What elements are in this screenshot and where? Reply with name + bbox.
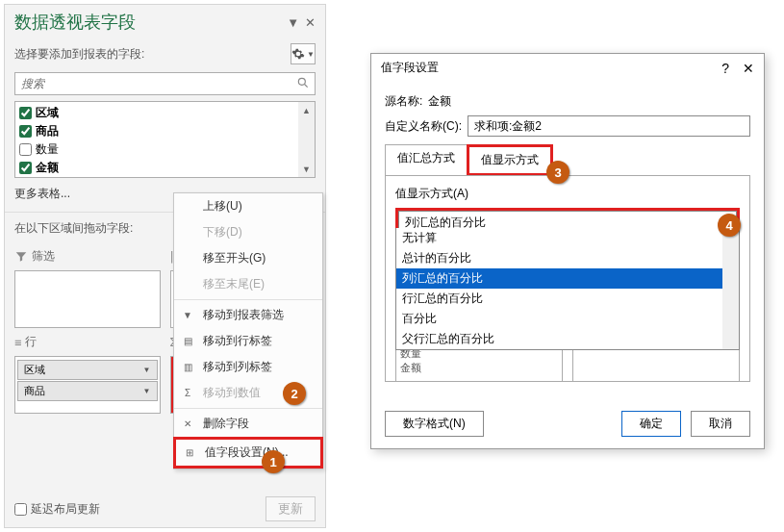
ctx-move-begin[interactable]: 移至开头(G) [174,245,322,271]
scrollbar[interactable]: ▲ ▼ [298,102,315,177]
field-item-product[interactable]: 商品 [19,122,311,140]
custom-label: 自定义名称(C): [385,118,462,135]
context-menu: 上移(U) 下移(D) 移至开头(G) 移至末尾(E) ▼移动到报表筛选 ▤移动… [173,192,323,469]
row-icon: ▤ [180,333,195,348]
col-icon: ▥ [180,359,195,374]
ctx-remove[interactable]: ✕删除字段 [174,411,322,437]
svg-point-0 [298,78,305,85]
opt-percent[interactable]: 百分比 [396,309,739,329]
checkbox[interactable] [19,125,32,138]
close-icon[interactable]: ✕ [305,15,316,30]
filters-zone[interactable] [14,270,161,328]
settings-icon: ⊞ [182,444,197,460]
dialog-title: 值字段设置 [381,60,439,76]
show-as-dropdown: 无计算 总计的百分比 列汇总的百分比 行汇总的百分比 百分比 父行汇总的百分比 [395,228,740,350]
checkbox[interactable] [19,107,32,119]
filters-label: 筛选 [14,244,161,268]
show-as-label: 值显示方式(A) [395,186,740,202]
source-label: 源名称: [385,93,422,110]
field-item-amount[interactable]: 金额 [19,159,311,177]
field-item-qty[interactable]: 数量 [19,140,311,159]
row-item-region[interactable]: 区域▼ [17,360,158,380]
dropdown-scrollbar[interactable] [722,228,739,349]
panel-controls: ▼ ✕ [287,15,316,30]
tab-show-as[interactable]: 值显示方式 [467,144,553,176]
gear-button[interactable]: ▼ [291,43,316,64]
field-list: 区域 商品 数量 金额 ▲ ▼ [14,101,316,178]
row-item-product[interactable]: 商品▼ [17,381,158,401]
ctx-move-down: 下移(D) [174,219,322,245]
callout-3: 3 [546,161,569,184]
ctx-to-col[interactable]: ▥移动到列标签 [174,354,322,380]
value-field-settings-dialog: 值字段设置 ? ✕ 源名称: 金额 自定义名称(C): 值汇总方式 值显示方式 … [370,53,765,449]
ctx-to-filter[interactable]: ▼移动到报表筛选 [174,302,322,328]
search-icon [296,76,310,92]
ctx-value-settings[interactable]: ⊞值字段设置(N)... [173,437,323,469]
gear-icon [291,47,305,61]
dropdown-icon[interactable]: ▼ [287,15,299,30]
rows-icon: ≡ [14,336,21,349]
separator [174,299,322,300]
source-value: 金额 [428,93,451,110]
combo-value: 列汇总的百分比 [405,215,486,229]
update-button[interactable]: 更新 [266,496,316,521]
chevron-down-icon: ▼ [143,387,151,395]
sigma-icon: Σ [180,385,195,400]
x-icon: ✕ [180,416,195,431]
number-format-button[interactable]: 数字格式(N) [385,411,484,437]
opt-col-total[interactable]: 列汇总的百分比 [396,268,739,289]
close-icon[interactable]: ✕ [743,61,754,76]
search-wrap [5,68,325,99]
ctx-move-up[interactable]: 上移(U) [174,193,322,219]
callout-2: 2 [283,382,306,405]
field-item-region[interactable]: 区域 [19,104,311,122]
opt-none[interactable]: 无计算 [396,228,739,248]
scroll-up-icon[interactable]: ▲ [298,102,315,118]
dialog-footer: 数字格式(N) 确定 取消 [385,411,750,437]
dialog-titlebar: 值字段设置 ? ✕ [371,54,764,82]
opt-parent-row[interactable]: 父行汇总的百分比 [396,329,739,349]
search-input[interactable] [14,72,316,95]
custom-name-input[interactable] [468,115,750,137]
opt-row-total[interactable]: 行汇总的百分比 [396,289,739,309]
dialog-body: 源名称: 金额 自定义名称(C): 值汇总方式 值显示方式 值显示方式(A) 列… [371,82,764,388]
panel-footer: 延迟布局更新 更新 [14,496,316,521]
svg-line-1 [305,85,308,88]
ctx-move-end: 移至末尾(E) [174,271,322,297]
callout-4: 4 [718,214,741,237]
cancel-button[interactable]: 取消 [691,411,750,437]
defer-checkbox[interactable]: 延迟布局更新 [14,501,100,518]
ok-button[interactable]: 确定 [621,411,681,437]
subtitle: 选择要添加到报表的字段: [14,46,144,63]
checkbox[interactable] [19,162,32,174]
checkbox[interactable] [19,143,32,156]
tab-summarize[interactable]: 值汇总方式 [385,144,468,176]
panel-subheader: 选择要添加到报表的字段: ▼ [5,39,325,68]
separator [174,408,322,409]
filter-icon [14,250,28,264]
source-row: 源名称: 金额 [385,93,750,110]
tab-content: 值显示方式(A) 列汇总的百分比 ⌄ 无计算 总计的百分比 列汇总的百分比 行汇… [385,175,750,382]
help-icon[interactable]: ? [721,61,729,76]
panel-header: 数据透视表字段 ▼ ✕ [5,5,325,39]
chevron-down-icon: ▼ [143,366,151,374]
ctx-to-row[interactable]: ▤移动到行标签 [174,328,322,354]
callout-1: 1 [262,450,285,473]
rows-label: ≡ 行 [14,330,161,354]
rows-zone[interactable]: 区域▼ 商品▼ [14,356,161,414]
scroll-down-icon[interactable]: ▼ [298,161,315,177]
panel-title: 数据透视表字段 [14,11,136,34]
filter-icon: ▼ [180,307,195,322]
custom-row: 自定义名称(C): [385,115,750,137]
opt-grand-total[interactable]: 总计的百分比 [396,248,739,268]
